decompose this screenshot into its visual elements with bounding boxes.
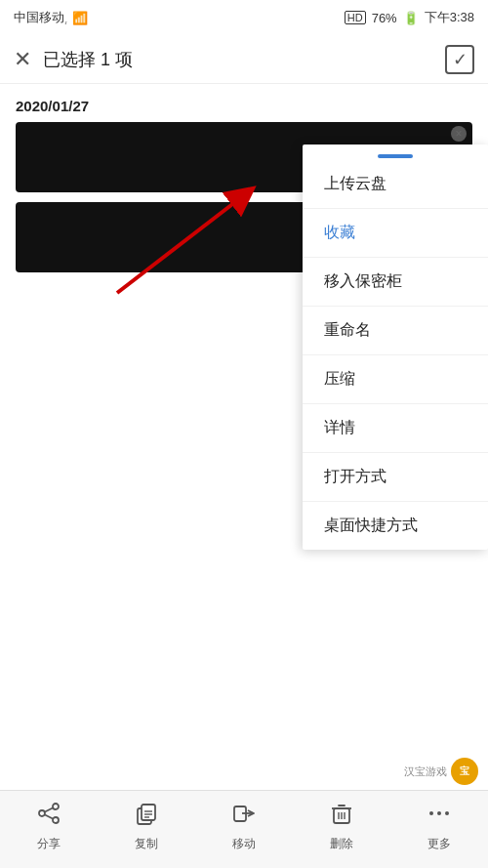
svg-point-4 — [39, 810, 45, 816]
nav-delete-label: 删除 — [330, 836, 353, 852]
delete-icon — [329, 801, 354, 832]
toolbar-left: ✕ 已选择 1 项 — [14, 47, 133, 72]
battery-text: 76% — [372, 11, 397, 25]
menu-item-shortcut[interactable]: 桌面快捷方式 — [303, 502, 488, 550]
share-icon — [36, 801, 61, 832]
nav-more[interactable]: 更多 — [390, 801, 488, 852]
menu-item-favorite[interactable]: 收藏 — [303, 209, 488, 258]
hd-badge: HD — [345, 11, 366, 24]
svg-point-20 — [437, 811, 441, 815]
svg-line-6 — [45, 815, 53, 819]
nav-more-label: 更多 — [427, 836, 451, 852]
menu-item-details[interactable]: 详情 — [303, 404, 488, 453]
watermark-logo: 宝 — [451, 758, 478, 785]
watermark: 汉宝游戏 宝 — [404, 758, 478, 785]
toolbar: ✕ 已选择 1 项 ✓ — [0, 35, 488, 84]
nav-move[interactable]: 移动 — [195, 801, 293, 852]
status-left: 中国移动 ᷊ 📶 — [14, 9, 88, 26]
date-label: 2020/01/27 — [0, 84, 488, 122]
select-all-button[interactable]: ✓ — [445, 45, 474, 74]
more-icon — [427, 801, 452, 832]
nav-copy[interactable]: 复制 — [98, 801, 195, 852]
menu-item-vault[interactable]: 移入保密柜 — [303, 258, 488, 307]
svg-point-2 — [53, 804, 59, 809]
svg-line-5 — [45, 808, 53, 812]
context-menu: 上传云盘 收藏 移入保密柜 重命名 压缩 详情 打开方式 桌面快捷方式 — [303, 145, 488, 550]
svg-point-3 — [53, 817, 59, 823]
move-icon — [231, 801, 257, 832]
toolbar-title: 已选择 1 项 — [43, 48, 133, 71]
nav-share[interactable]: 分享 — [0, 801, 98, 852]
svg-point-19 — [429, 811, 433, 815]
menu-top-bar — [378, 154, 413, 158]
wifi-icon: 📶 — [72, 11, 88, 25]
menu-item-open-with[interactable]: 打开方式 — [303, 453, 488, 502]
nav-delete[interactable]: 删除 — [293, 801, 390, 852]
menu-item-rename[interactable]: 重命名 — [303, 307, 488, 355]
time-text: 下午3:38 — [425, 9, 474, 26]
check-icon: ✓ — [453, 49, 468, 70]
svg-point-21 — [445, 811, 449, 815]
nav-move-label: 移动 — [232, 836, 256, 852]
menu-item-compress[interactable]: 压缩 — [303, 355, 488, 404]
carrier-text: 中国移动 — [14, 9, 64, 26]
watermark-text: 汉宝游戏 — [404, 765, 447, 779]
status-bar: 中国移动 ᷊ 📶 HD 76% 🔋 下午3:38 — [0, 0, 488, 35]
nav-copy-label: 复制 — [135, 836, 158, 852]
menu-item-upload[interactable]: 上传云盘 — [303, 160, 488, 209]
battery-icon: 🔋 — [403, 11, 419, 25]
nav-share-label: 分享 — [37, 836, 61, 852]
copy-icon — [134, 801, 159, 832]
close-button[interactable]: ✕ — [14, 47, 31, 72]
file-close-icon: × — [451, 126, 467, 142]
status-right: HD 76% 🔋 下午3:38 — [345, 9, 474, 26]
bottom-nav: 分享 复制 移动 — [0, 790, 488, 868]
